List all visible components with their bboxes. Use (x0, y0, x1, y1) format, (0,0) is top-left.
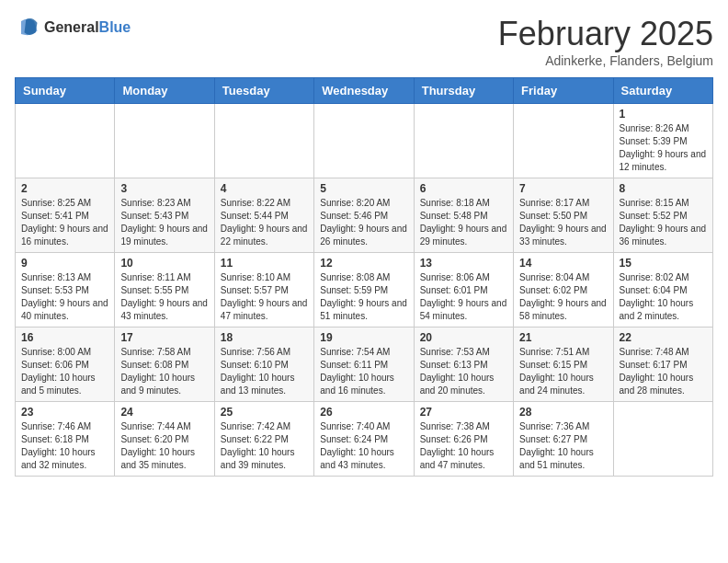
table-row (16, 104, 115, 178)
table-row: 3Sunrise: 8:23 AM Sunset: 5:43 PM Daylig… (115, 178, 214, 253)
day-info: Sunrise: 8:02 AM Sunset: 6:04 PM Dayligh… (620, 271, 707, 323)
day-info: Sunrise: 7:36 AM Sunset: 6:27 PM Dayligh… (519, 420, 607, 472)
day-number: 19 (320, 331, 407, 344)
day-info: Sunrise: 7:40 AM Sunset: 6:24 PM Dayligh… (320, 420, 407, 472)
day-number: 17 (120, 331, 208, 344)
col-sunday: Sunday (16, 78, 115, 104)
col-thursday: Thursday (414, 78, 513, 104)
day-number: 11 (221, 257, 308, 270)
table-row: 13Sunrise: 8:06 AM Sunset: 6:01 PM Dayli… (414, 253, 513, 327)
table-row: 10Sunrise: 8:11 AM Sunset: 5:55 PM Dayli… (115, 253, 214, 327)
col-monday: Monday (115, 78, 214, 104)
day-info: Sunrise: 8:26 AM Sunset: 5:39 PM Dayligh… (620, 122, 707, 174)
day-number: 12 (320, 257, 407, 270)
logo-text: GeneralBlue (44, 19, 131, 36)
table-row (613, 402, 712, 477)
day-info: Sunrise: 7:44 AM Sunset: 6:20 PM Dayligh… (120, 420, 208, 472)
day-number: 9 (21, 257, 108, 270)
table-row: 16Sunrise: 8:00 AM Sunset: 6:06 PM Dayli… (16, 327, 115, 402)
calendar-week-row: 9Sunrise: 8:13 AM Sunset: 5:53 PM Daylig… (16, 253, 713, 327)
day-number: 4 (221, 182, 308, 195)
table-row (414, 104, 513, 178)
header: GeneralBlue February 2025 Adinkerke, Fla… (15, 15, 713, 68)
day-info: Sunrise: 8:06 AM Sunset: 6:01 PM Dayligh… (420, 271, 507, 323)
table-row: 21Sunrise: 7:51 AM Sunset: 6:15 PM Dayli… (514, 327, 613, 402)
table-row (214, 104, 313, 178)
location-subtitle: Adinkerke, Flanders, Belgium (498, 53, 713, 68)
calendar-week-row: 1Sunrise: 8:26 AM Sunset: 5:39 PM Daylig… (16, 104, 713, 178)
table-row: 22Sunrise: 7:48 AM Sunset: 6:17 PM Dayli… (613, 327, 712, 402)
day-info: Sunrise: 8:23 AM Sunset: 5:43 PM Dayligh… (120, 197, 208, 248)
day-info: Sunrise: 7:58 AM Sunset: 6:08 PM Dayligh… (120, 346, 208, 397)
day-number: 18 (221, 331, 308, 344)
day-number: 3 (120, 182, 208, 195)
day-number: 21 (519, 331, 607, 344)
day-number: 20 (420, 331, 507, 344)
day-number: 28 (519, 406, 607, 419)
title-area: February 2025 Adinkerke, Flanders, Belgi… (498, 15, 713, 68)
col-wednesday: Wednesday (314, 78, 414, 104)
table-row (115, 104, 214, 178)
table-row: 17Sunrise: 7:58 AM Sunset: 6:08 PM Dayli… (115, 327, 214, 402)
day-info: Sunrise: 7:48 AM Sunset: 6:17 PM Dayligh… (620, 346, 707, 397)
day-number: 13 (420, 257, 507, 270)
table-row: 23Sunrise: 7:46 AM Sunset: 6:18 PM Dayli… (16, 402, 115, 477)
day-info: Sunrise: 7:54 AM Sunset: 6:11 PM Dayligh… (320, 346, 407, 397)
day-info: Sunrise: 7:53 AM Sunset: 6:13 PM Dayligh… (420, 346, 507, 397)
calendar-week-row: 16Sunrise: 8:00 AM Sunset: 6:06 PM Dayli… (16, 327, 713, 402)
day-number: 26 (320, 406, 407, 419)
table-row: 8Sunrise: 8:15 AM Sunset: 5:52 PM Daylig… (613, 178, 712, 253)
table-row: 7Sunrise: 8:17 AM Sunset: 5:50 PM Daylig… (514, 178, 613, 253)
table-row: 9Sunrise: 8:13 AM Sunset: 5:53 PM Daylig… (16, 253, 115, 327)
table-row (314, 104, 414, 178)
table-row: 26Sunrise: 7:40 AM Sunset: 6:24 PM Dayli… (314, 402, 414, 477)
table-row: 14Sunrise: 8:04 AM Sunset: 6:02 PM Dayli… (514, 253, 613, 327)
day-number: 14 (519, 257, 607, 270)
day-number: 22 (620, 331, 707, 344)
day-number: 10 (120, 257, 208, 270)
col-tuesday: Tuesday (214, 78, 313, 104)
day-info: Sunrise: 8:13 AM Sunset: 5:53 PM Dayligh… (21, 271, 108, 323)
day-info: Sunrise: 8:10 AM Sunset: 5:57 PM Dayligh… (221, 271, 308, 323)
day-info: Sunrise: 8:11 AM Sunset: 5:55 PM Dayligh… (120, 271, 208, 323)
table-row: 12Sunrise: 8:08 AM Sunset: 5:59 PM Dayli… (314, 253, 414, 327)
logo: GeneralBlue (15, 15, 131, 40)
day-number: 24 (120, 406, 208, 419)
day-number: 7 (519, 182, 607, 195)
table-row (514, 104, 613, 178)
day-info: Sunrise: 7:38 AM Sunset: 6:26 PM Dayligh… (420, 420, 507, 472)
day-info: Sunrise: 7:51 AM Sunset: 6:15 PM Dayligh… (519, 346, 607, 397)
day-number: 2 (21, 182, 108, 195)
day-info: Sunrise: 7:42 AM Sunset: 6:22 PM Dayligh… (221, 420, 308, 472)
day-number: 8 (620, 182, 707, 195)
day-info: Sunrise: 8:20 AM Sunset: 5:46 PM Dayligh… (320, 197, 407, 248)
day-info: Sunrise: 8:22 AM Sunset: 5:44 PM Dayligh… (221, 197, 308, 248)
day-info: Sunrise: 8:18 AM Sunset: 5:48 PM Dayligh… (420, 197, 507, 248)
day-number: 1 (620, 108, 707, 121)
day-info: Sunrise: 8:25 AM Sunset: 5:41 PM Dayligh… (21, 197, 108, 248)
table-row: 28Sunrise: 7:36 AM Sunset: 6:27 PM Dayli… (514, 402, 613, 477)
table-row: 18Sunrise: 7:56 AM Sunset: 6:10 PM Dayli… (214, 327, 313, 402)
month-title: February 2025 (498, 15, 713, 53)
day-number: 6 (420, 182, 507, 195)
calendar-week-row: 2Sunrise: 8:25 AM Sunset: 5:41 PM Daylig… (16, 178, 713, 253)
day-info: Sunrise: 7:46 AM Sunset: 6:18 PM Dayligh… (21, 420, 108, 472)
table-row: 4Sunrise: 8:22 AM Sunset: 5:44 PM Daylig… (214, 178, 313, 253)
day-info: Sunrise: 8:15 AM Sunset: 5:52 PM Dayligh… (620, 197, 707, 248)
day-info: Sunrise: 8:17 AM Sunset: 5:50 PM Dayligh… (519, 197, 607, 248)
table-row: 20Sunrise: 7:53 AM Sunset: 6:13 PM Dayli… (414, 327, 513, 402)
table-row: 27Sunrise: 7:38 AM Sunset: 6:26 PM Dayli… (414, 402, 513, 477)
table-row: 15Sunrise: 8:02 AM Sunset: 6:04 PM Dayli… (613, 253, 712, 327)
table-row: 19Sunrise: 7:54 AM Sunset: 6:11 PM Dayli… (314, 327, 414, 402)
table-row: 5Sunrise: 8:20 AM Sunset: 5:46 PM Daylig… (314, 178, 414, 253)
table-row: 1Sunrise: 8:26 AM Sunset: 5:39 PM Daylig… (613, 104, 712, 178)
calendar-week-row: 23Sunrise: 7:46 AM Sunset: 6:18 PM Dayli… (16, 402, 713, 477)
day-info: Sunrise: 7:56 AM Sunset: 6:10 PM Dayligh… (221, 346, 308, 397)
table-row: 24Sunrise: 7:44 AM Sunset: 6:20 PM Dayli… (115, 402, 214, 477)
day-number: 16 (21, 331, 108, 344)
day-number: 25 (221, 406, 308, 419)
day-info: Sunrise: 8:04 AM Sunset: 6:02 PM Dayligh… (519, 271, 607, 323)
col-friday: Friday (514, 78, 613, 104)
table-row: 11Sunrise: 8:10 AM Sunset: 5:57 PM Dayli… (214, 253, 313, 327)
col-saturday: Saturday (613, 78, 712, 104)
